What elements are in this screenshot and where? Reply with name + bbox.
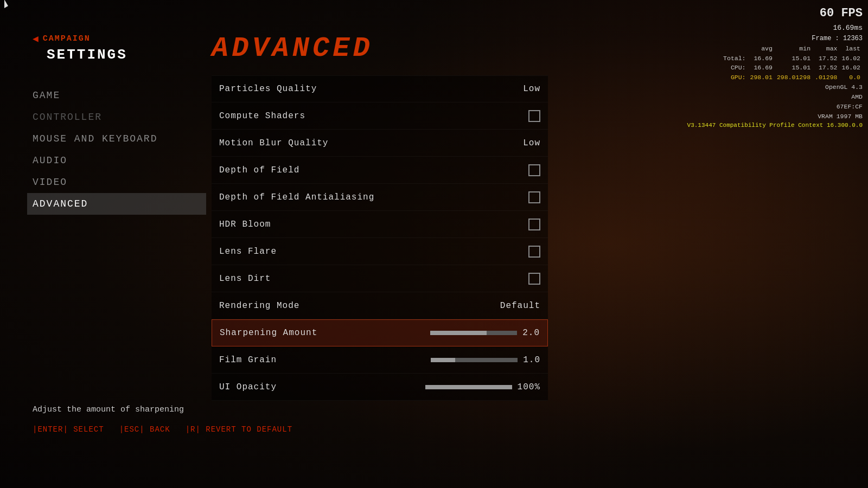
frame-number: Frame : 12363 xyxy=(687,34,863,44)
sidebar-item-advanced[interactable]: ADVANCED xyxy=(27,193,206,215)
setting-row-hdr_bloom[interactable]: HDR Bloom xyxy=(212,211,548,238)
opengl-version: OpenGL 4.3 xyxy=(687,82,863,92)
slider-value-ui_opacity: 100% xyxy=(518,382,540,392)
sidebar-item-video[interactable]: VIDEO xyxy=(33,171,206,193)
setting-label-particles: Particles Quality xyxy=(219,84,317,94)
setting-label-lens_flare: Lens Flare xyxy=(219,247,277,256)
setting-label-lens_dirt: Lens Dirt xyxy=(219,274,271,284)
setting-row-motion_blur[interactable]: Motion Blur QualityLow xyxy=(212,130,548,157)
slider-bar-ui_opacity[interactable] xyxy=(425,385,512,389)
setting-value-motion_blur: Low xyxy=(523,138,540,148)
sidebar-item-mouse[interactable]: MOUSE AND KEYBOARD xyxy=(33,128,206,150)
page-title: ADVANCED xyxy=(212,33,559,65)
ctrl-enter: |ENTER| SELECT xyxy=(33,425,104,434)
back-link[interactable]: ◀ CAMPAIGN xyxy=(33,33,206,44)
perf-table: avg min max last Total: 16.69 15.01 17.5… xyxy=(721,44,863,82)
setting-label-film_grain: Film Grain xyxy=(219,355,277,365)
setting-label-ui_opacity: UI Opacity xyxy=(219,382,277,392)
gpu-id: 67EF:CF xyxy=(687,102,863,112)
setting-label-hdr_bloom: HDR Bloom xyxy=(219,220,271,229)
setting-row-lens_flare[interactable]: Lens Flare xyxy=(212,238,548,265)
setting-row-dof[interactable]: Depth of Field xyxy=(212,157,548,184)
setting-label-compute: Compute Shaders xyxy=(219,111,305,121)
slider-value-film_grain: 1.0 xyxy=(523,355,540,365)
slider-value-sharpening: 2.0 xyxy=(522,328,540,338)
setting-row-ui_opacity[interactable]: UI Opacity100% xyxy=(212,374,548,401)
setting-row-compute[interactable]: Compute Shaders xyxy=(212,102,548,130)
main-content: ADVANCED Particles QualityLowCompute Sha… xyxy=(212,33,559,401)
setting-value-rendering_mode: Default xyxy=(500,301,540,311)
setting-label-motion_blur: Motion Blur Quality xyxy=(219,138,328,148)
vram-info: VRAM 1997 MB xyxy=(687,112,863,121)
compat-profile: V3.13447 Compatibility Profile Context 1… xyxy=(687,121,863,130)
settings-title: SETTINGS xyxy=(47,47,206,63)
setting-checkbox-dof_aa[interactable] xyxy=(528,191,540,203)
setting-checkbox-hdr_bloom[interactable] xyxy=(528,219,540,230)
hud-overlay: 60 FPS 16.69ms Frame : 12363 avg min max… xyxy=(687,4,863,130)
frame-time: 16.69ms xyxy=(687,23,863,34)
setting-checkbox-dof[interactable] xyxy=(528,164,540,176)
slider-bar-sharpening[interactable] xyxy=(430,331,517,335)
setting-label-dof: Depth of Field xyxy=(219,165,299,175)
fps-counter: 60 FPS xyxy=(687,4,863,23)
setting-checkbox-compute[interactable] xyxy=(528,110,540,122)
setting-label-rendering_mode: Rendering Mode xyxy=(219,301,299,311)
controls-bar: |ENTER| SELECT |ESC| BACK |R| REVERT TO … xyxy=(33,425,292,434)
setting-label-sharpening: Sharpening Amount xyxy=(220,328,317,338)
bottom-hint: Adjust the amount of sharpening |ENTER| … xyxy=(33,405,292,434)
sidebar-item-game[interactable]: GAME xyxy=(33,85,206,106)
ctrl-revert: |R| REVERT TO DEFAULT xyxy=(186,425,292,434)
setting-checkbox-lens_dirt[interactable] xyxy=(528,273,540,285)
back-arrow-icon: ◀ xyxy=(33,33,39,44)
setting-row-film_grain[interactable]: Film Grain1.0 xyxy=(212,346,548,374)
sidebar-item-audio[interactable]: AUDIO xyxy=(33,150,206,171)
gpu-brand: AMD xyxy=(687,92,863,102)
setting-row-rendering_mode[interactable]: Rendering ModeDefault xyxy=(212,292,548,319)
setting-row-dof_aa[interactable]: Depth of Field Antialiasing xyxy=(212,184,548,211)
sidebar-item-controller[interactable]: CONTROLLER xyxy=(33,106,206,128)
hint-text: Adjust the amount of sharpening xyxy=(33,405,292,414)
setting-row-lens_dirt[interactable]: Lens Dirt xyxy=(212,265,548,292)
back-label: CAMPAIGN xyxy=(43,34,91,43)
setting-checkbox-lens_flare[interactable] xyxy=(528,246,540,258)
ctrl-esc: |ESC| BACK xyxy=(119,425,170,434)
setting-label-dof_aa: Depth of Field Antialiasing xyxy=(219,192,374,202)
setting-value-particles: Low xyxy=(523,84,540,94)
slider-bar-film_grain[interactable] xyxy=(431,358,518,362)
setting-row-particles[interactable]: Particles QualityLow xyxy=(212,75,548,102)
settings-list: Particles QualityLowCompute ShadersMotio… xyxy=(212,75,548,401)
setting-row-sharpening[interactable]: Sharpening Amount2.0 xyxy=(212,319,548,346)
